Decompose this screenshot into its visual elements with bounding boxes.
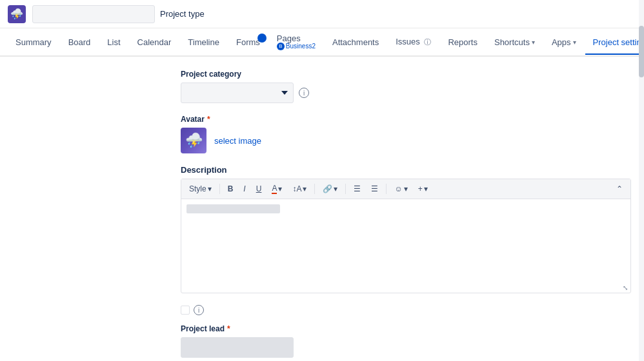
avatar-image[interactable]: ⛈️ bbox=[181, 128, 206, 153]
toolbar-font-color-button[interactable]: A ▾ bbox=[268, 182, 286, 196]
avatar-required-star: * bbox=[207, 115, 210, 124]
project-lead-group: Project lead * bbox=[181, 324, 631, 358]
tab-summary[interactable]: Summary bbox=[8, 31, 59, 55]
style-arrow-icon: ▾ bbox=[208, 184, 212, 193]
toolbar-more-button[interactable]: + ▾ bbox=[414, 182, 432, 195]
toolbar-font-size-button[interactable]: ↕A ▾ bbox=[288, 182, 310, 195]
category-info-button[interactable]: i bbox=[299, 88, 309, 98]
tab-pages[interactable]: Pages B Business2 bbox=[269, 27, 323, 58]
toolbar-emoji-button[interactable]: ☺ ▾ bbox=[390, 182, 411, 195]
pages-sub-label: B Business2 bbox=[277, 42, 316, 50]
resize-icon: ⤡ bbox=[623, 284, 628, 291]
toolbar-bold-button[interactable]: B bbox=[224, 182, 237, 195]
toolbar-collapse-button[interactable]: ⌃ bbox=[612, 182, 627, 195]
toolbar-style-button[interactable]: Style ▾ bbox=[185, 182, 216, 195]
project-type-label: Project type bbox=[160, 9, 205, 19]
editor-toolbar: Style ▾ B I U A ▾ ↕A bbox=[181, 179, 630, 199]
toolbar-link-button[interactable]: 🔗 ▾ bbox=[319, 182, 341, 195]
toolbar-ordered-list-button[interactable]: ☰ bbox=[367, 182, 382, 195]
tab-calendar[interactable]: Calendar bbox=[130, 31, 179, 55]
editor-placeholder bbox=[186, 204, 280, 213]
breadcrumb-input[interactable] bbox=[32, 5, 155, 23]
project-category-label: Project category bbox=[181, 70, 631, 79]
tab-attachments[interactable]: Attachments bbox=[325, 31, 387, 55]
font-color-arrow-icon: ▾ bbox=[278, 184, 282, 193]
top-bar: ⛈️ Project type bbox=[0, 0, 644, 28]
forms-badge bbox=[257, 34, 267, 43]
scrollbar-track[interactable] bbox=[639, 0, 644, 361]
main-content: Project category i Avatar * ⛈️ select im… bbox=[0, 57, 644, 361]
toolbar-italic-button[interactable]: I bbox=[239, 182, 249, 195]
tab-reports[interactable]: Reports bbox=[440, 31, 485, 55]
nav-tabs: Summary Board List Calendar Timeline For… bbox=[0, 28, 644, 57]
description-checkbox[interactable] bbox=[181, 306, 190, 315]
link-arrow-icon: ▾ bbox=[334, 184, 337, 193]
toolbar-separator-3 bbox=[345, 184, 346, 194]
project-category-select[interactable] bbox=[181, 83, 294, 103]
toolbar-separator-1 bbox=[219, 184, 220, 194]
apps-arrow-icon: ▾ bbox=[573, 39, 576, 46]
description-editor[interactable]: Style ▾ B I U A ▾ ↕A bbox=[181, 179, 631, 293]
project-lead-required-star: * bbox=[227, 324, 230, 333]
issues-info-icon: ⓘ bbox=[424, 38, 431, 46]
tab-board[interactable]: Board bbox=[61, 31, 99, 55]
tab-shortcuts[interactable]: Shortcuts ▾ bbox=[487, 31, 543, 55]
scrollbar-thumb[interactable] bbox=[639, 26, 644, 77]
editor-content[interactable] bbox=[181, 199, 630, 283]
toolbar-separator-4 bbox=[386, 184, 387, 194]
project-lead-label: Project lead * bbox=[181, 324, 631, 333]
editor-resize-handle[interactable]: ⤡ bbox=[181, 283, 630, 293]
below-editor-row: i bbox=[181, 305, 631, 315]
tab-forms[interactable]: Forms bbox=[228, 31, 268, 55]
description-info-button[interactable]: i bbox=[194, 305, 204, 315]
tab-list[interactable]: List bbox=[99, 31, 128, 55]
pages-badge-icon: B bbox=[277, 43, 285, 50]
project-category-group: Project category i bbox=[181, 70, 631, 103]
emoji-arrow-icon: ▾ bbox=[404, 184, 408, 193]
tab-timeline[interactable]: Timeline bbox=[180, 31, 227, 55]
project-logo: ⛈️ bbox=[8, 5, 26, 23]
avatar-section: ⛈️ select image bbox=[181, 128, 631, 153]
shortcuts-arrow-icon: ▾ bbox=[532, 39, 535, 46]
avatar-label: Avatar * bbox=[181, 115, 631, 124]
avatar-group: Avatar * ⛈️ select image bbox=[181, 115, 631, 153]
tab-issues[interactable]: Issues ⓘ bbox=[388, 30, 439, 55]
more-arrow-icon: ▾ bbox=[424, 184, 428, 193]
tab-apps[interactable]: Apps ▾ bbox=[544, 31, 584, 55]
select-image-link[interactable]: select image bbox=[214, 136, 261, 146]
category-select-wrapper: i bbox=[181, 83, 631, 103]
project-lead-input[interactable] bbox=[181, 337, 294, 358]
toolbar-bullet-list-button[interactable]: ☰ bbox=[350, 182, 365, 195]
toolbar-underline-button[interactable]: U bbox=[252, 182, 266, 195]
font-size-arrow-icon: ▾ bbox=[303, 184, 307, 193]
description-group: Description Style ▾ B I U A bbox=[181, 165, 631, 293]
description-label: Description bbox=[181, 165, 631, 175]
tab-project-settings[interactable]: Project settings bbox=[585, 31, 644, 55]
toolbar-separator-2 bbox=[314, 184, 315, 194]
